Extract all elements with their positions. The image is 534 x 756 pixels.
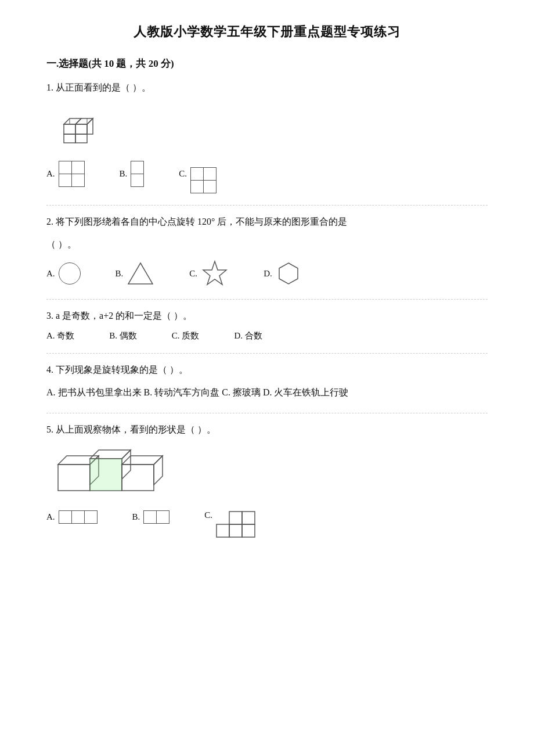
svg-marker-6 bbox=[87, 118, 93, 134]
svg-rect-25 bbox=[229, 524, 242, 537]
q1-option-a: A. bbox=[46, 161, 85, 187]
question-5: 5. 从上面观察物体，看到的形状是（ ）。 bbox=[46, 422, 488, 539]
svg-marker-20 bbox=[122, 456, 163, 465]
q1-options: A. B. C. bbox=[46, 154, 488, 193]
q2-label-c: C. bbox=[189, 269, 197, 279]
q4-options-text: A. 把书从书包里拿出来 B. 转动汽车方向盘 C. 擦玻璃 D. 火车在铁轨上… bbox=[46, 384, 488, 401]
q2-label-b: B. bbox=[116, 269, 124, 279]
q2-shape-star bbox=[201, 260, 229, 287]
q2-label-d: D. bbox=[264, 269, 272, 279]
section1-title: 一.选择题(共 10 题，共 20 分) bbox=[46, 57, 488, 70]
q5-label-c: C. bbox=[204, 510, 212, 520]
svg-marker-1 bbox=[64, 124, 75, 134]
q5-option-b: B. bbox=[132, 510, 170, 524]
q1-label-a: A. bbox=[46, 169, 55, 179]
q2-text: 2. 将下列图形绕着各自的中心点旋转 120° 后，不能与原来的图形重合的是 bbox=[46, 214, 488, 231]
q4-text: 4. 下列现象是旋转现象的是（ ）。 bbox=[46, 362, 488, 379]
svg-rect-18 bbox=[90, 459, 122, 491]
q1-label-c: C. bbox=[179, 169, 187, 179]
divider-2 bbox=[46, 299, 488, 300]
question-2: 2. 将下列图形绕着各自的中心点旋转 120° 后，不能与原来的图形重合的是 （… bbox=[46, 214, 488, 288]
q5-shape-c bbox=[216, 510, 257, 539]
svg-rect-19 bbox=[122, 465, 154, 491]
q3-option-d: D. 合数 bbox=[234, 330, 262, 341]
svg-marker-0 bbox=[64, 134, 75, 143]
q2-shape-hexagon bbox=[276, 261, 301, 286]
q5-3d-image bbox=[52, 444, 488, 505]
svg-marker-9 bbox=[128, 263, 153, 284]
q2-options: A. B. C. D. bbox=[46, 260, 488, 287]
question-1: 1. 从正面看到的是（ ）。 A. bbox=[46, 80, 488, 193]
question-4: 4. 下列现象是旋转现象的是（ ）。 A. 把书从书包里拿出来 B. 转动汽车方… bbox=[46, 362, 488, 401]
q5-label-b: B. bbox=[132, 512, 140, 522]
q2-option-d: D. bbox=[264, 261, 301, 286]
question-3: 3. a 是奇数，a+2 的和一定是（ ）。 A. 奇数 B. 偶数 C. 质数… bbox=[46, 308, 488, 341]
q1-option-c: C. bbox=[179, 154, 217, 193]
svg-rect-24 bbox=[217, 524, 229, 537]
page-title: 人教版小学数学五年级下册重点题型专项练习 bbox=[46, 23, 488, 41]
svg-marker-11 bbox=[279, 263, 298, 284]
svg-marker-3 bbox=[75, 124, 87, 134]
q2-option-c: C. bbox=[189, 260, 229, 287]
q1-shape-a bbox=[59, 161, 85, 187]
q5-shape-b bbox=[143, 510, 169, 524]
svg-marker-21 bbox=[154, 456, 163, 485]
q5-option-a: A. bbox=[46, 510, 98, 524]
svg-rect-26 bbox=[242, 524, 255, 537]
q1-shape-b bbox=[131, 161, 144, 187]
q3-option-b: B. 偶数 bbox=[109, 330, 137, 341]
svg-marker-2 bbox=[75, 134, 87, 143]
q5-shape-a bbox=[59, 510, 98, 524]
q1-shape-c bbox=[190, 154, 217, 193]
q1-text: 1. 从正面看到的是（ ）。 bbox=[46, 80, 488, 96]
svg-rect-12 bbox=[58, 465, 90, 491]
q5-label-a: A. bbox=[46, 512, 55, 522]
q2-text2: （ ）。 bbox=[46, 236, 488, 253]
svg-marker-10 bbox=[203, 261, 226, 285]
q3-text: 3. a 是奇数，a+2 的和一定是（ ）。 bbox=[46, 308, 488, 325]
q5-text: 5. 从上面观察物体，看到的形状是（ ）。 bbox=[46, 422, 488, 438]
divider-1 bbox=[46, 205, 488, 206]
svg-rect-22 bbox=[229, 512, 242, 524]
q2-shape-triangle bbox=[127, 261, 154, 286]
q1-option-b: B. bbox=[120, 161, 145, 187]
q1-3d-image bbox=[58, 102, 110, 149]
svg-marker-16 bbox=[90, 450, 131, 459]
q5-options: A. B. C. bbox=[46, 510, 488, 539]
q1-label-b: B. bbox=[120, 169, 128, 179]
q2-shape-circle bbox=[59, 262, 81, 285]
q3-option-a: A. 奇数 bbox=[46, 330, 74, 341]
divider-3 bbox=[46, 353, 488, 354]
q2-option-a: A. bbox=[46, 262, 81, 285]
divider-4 bbox=[46, 413, 488, 413]
q5-option-c: C. bbox=[204, 510, 257, 539]
svg-rect-23 bbox=[242, 512, 255, 524]
q2-option-b: B. bbox=[116, 261, 155, 286]
q3-options: A. 奇数 B. 偶数 C. 质数 D. 合数 bbox=[46, 330, 488, 341]
q3-option-c: C. 质数 bbox=[172, 330, 200, 341]
q2-label-a: A. bbox=[46, 269, 55, 279]
